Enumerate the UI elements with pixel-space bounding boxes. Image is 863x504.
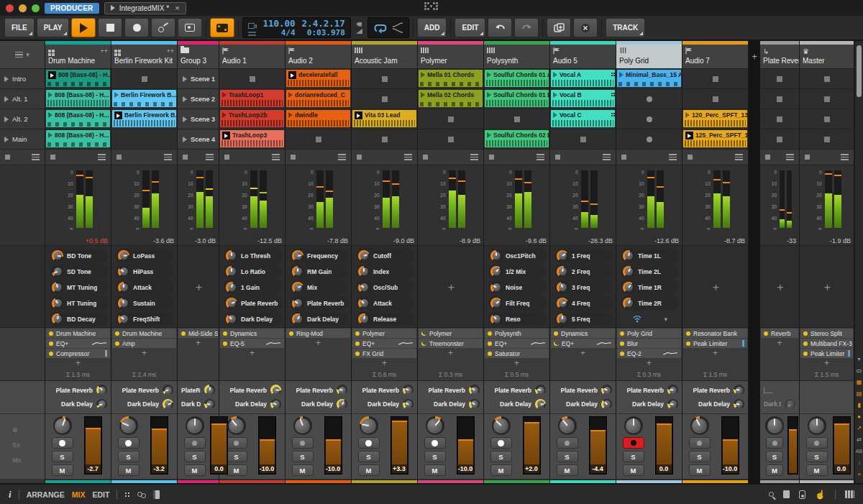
clip[interactable]: Vocal A xyxy=(551,70,615,87)
clip-menu-icon[interactable] xyxy=(206,154,214,160)
mute-button[interactable]: M xyxy=(806,464,828,476)
mute-exclusive-icon[interactable]: Mx xyxy=(12,457,22,464)
volume-fader[interactable]: -10.0 xyxy=(457,416,475,475)
stop-all-clips-button[interactable] xyxy=(805,155,810,160)
clip-slot[interactable] xyxy=(760,109,799,129)
macro-knob[interactable] xyxy=(226,282,237,293)
add-device-button[interactable]: + xyxy=(112,349,176,358)
arm-button[interactable] xyxy=(623,437,644,449)
view-mix[interactable]: MIX xyxy=(72,490,86,499)
device-row[interactable]: FX Grid xyxy=(352,349,416,358)
macro-knob[interactable] xyxy=(358,298,370,309)
add-device-button[interactable]: + xyxy=(178,339,218,348)
send-knob[interactable] xyxy=(403,399,414,410)
device-row[interactable]: EQ-5 xyxy=(220,339,284,348)
solo-button[interactable]: S xyxy=(623,451,644,462)
audio-engine-icon[interactable] xyxy=(799,490,805,499)
time-value[interactable]: 0:03.978 xyxy=(307,28,345,37)
macro-knob[interactable] xyxy=(52,313,63,325)
device-row[interactable]: Peak Limiter xyxy=(683,339,747,348)
clip[interactable]: 125_Perc_SPFT_11 xyxy=(683,130,747,147)
arm-button[interactable] xyxy=(689,437,711,449)
virtual-keyboard-icon[interactable] xyxy=(845,490,854,498)
device-enabled-icon[interactable] xyxy=(620,352,624,356)
device-enabled-icon[interactable] xyxy=(115,331,119,336)
clip-menu-icon[interactable] xyxy=(603,154,611,160)
clip-slot[interactable] xyxy=(616,89,682,109)
pan-knob[interactable] xyxy=(765,416,784,435)
macro-knob[interactable] xyxy=(557,298,568,309)
track-header[interactable]: Group 3 xyxy=(178,41,219,69)
clip-slot[interactable] xyxy=(760,69,799,89)
device-row[interactable]: Treemonster xyxy=(419,339,483,348)
device-row[interactable]: Polymer xyxy=(419,329,483,338)
collapse-icon[interactable]: ▾ xyxy=(857,357,860,362)
clip[interactable]: Mella 01 Chords xyxy=(419,70,483,87)
volume-fader[interactable]: +2.0 xyxy=(523,416,541,475)
expand-layers-icon[interactable]: ++ xyxy=(100,47,108,55)
volume-fader[interactable]: 0.0 xyxy=(655,416,673,475)
add-device-button[interactable]: + xyxy=(485,359,549,368)
add-device-button[interactable]: + xyxy=(761,339,798,348)
clip-slot[interactable] xyxy=(760,129,799,150)
mute-button[interactable]: M xyxy=(292,464,314,476)
device-row[interactable]: Stereo Split xyxy=(800,329,853,338)
tempo-display[interactable]: 110.00 4/4 2.4.2.17 0:03.978 xyxy=(242,17,350,38)
track-header[interactable]: Polysynth xyxy=(484,41,549,69)
add-device-button[interactable]: + xyxy=(220,349,284,358)
macro-knob[interactable] xyxy=(52,282,63,293)
clip[interactable]: Vocal C xyxy=(551,110,615,127)
device-enabled-icon[interactable] xyxy=(686,331,690,336)
macro-knob[interactable] xyxy=(292,313,303,325)
macro-knob[interactable] xyxy=(623,282,634,293)
clip[interactable]: TrashLoop2b xyxy=(220,110,284,127)
track-header[interactable]: ++ Berlin Firework Kit xyxy=(111,41,177,69)
send-knob[interactable] xyxy=(270,385,281,395)
clip-slot[interactable] xyxy=(484,109,549,129)
window-zoom-dot[interactable] xyxy=(32,4,40,12)
pan-knob[interactable] xyxy=(293,416,312,435)
clip-menu-icon[interactable] xyxy=(272,154,280,160)
arm-button[interactable] xyxy=(118,437,140,449)
device-enabled-icon[interactable] xyxy=(620,342,624,346)
position-value[interactable]: 2.4.2.17 xyxy=(302,19,345,28)
macro-knob[interactable] xyxy=(358,313,370,325)
macro-knob[interactable] xyxy=(358,282,370,293)
track-header[interactable]: ♛ Master xyxy=(800,41,854,69)
macro-knob[interactable] xyxy=(118,266,129,278)
comment-icon[interactable]: ▭ xyxy=(857,368,862,374)
clip[interactable]: dwindle xyxy=(286,110,350,127)
send-knob[interactable] xyxy=(270,399,281,410)
device-row[interactable]: Saturator xyxy=(485,349,549,358)
scene-slot[interactable]: Scene 1 xyxy=(178,69,219,89)
device-row[interactable]: Drum Machine xyxy=(112,329,176,338)
send-knob[interactable] xyxy=(535,399,546,410)
clip[interactable]: Soulful Chords 02 B xyxy=(485,130,549,147)
send-knob[interactable] xyxy=(403,385,414,395)
solo-button[interactable]: S xyxy=(358,451,380,462)
snap-icon[interactable] xyxy=(124,492,130,498)
mute-button[interactable]: M xyxy=(118,464,140,476)
send-knob[interactable] xyxy=(785,399,795,410)
list-view-icon[interactable]: ▤ xyxy=(857,391,862,397)
add-remote-controls-button[interactable]: + xyxy=(804,248,851,327)
pan-knob[interactable] xyxy=(227,416,246,435)
scene-slot[interactable]: Scene 4 xyxy=(178,129,219,150)
device-enabled-icon[interactable] xyxy=(355,352,360,356)
record-button[interactable] xyxy=(124,18,149,37)
mute-button[interactable]: M xyxy=(689,464,711,476)
link-icon[interactable] xyxy=(137,492,146,498)
device-enabled-icon[interactable] xyxy=(355,331,360,336)
clip-menu-icon[interactable] xyxy=(338,154,346,160)
clip[interactable]: dorianreduced_C xyxy=(286,90,350,107)
duplicate-button[interactable] xyxy=(547,18,571,37)
clip-slot[interactable] xyxy=(682,89,748,109)
scene-row[interactable]: Alt. 1 xyxy=(0,89,45,109)
pan-knob[interactable] xyxy=(186,416,204,435)
volume-fader[interactable]: -3.2 xyxy=(150,416,168,475)
info-icon[interactable]: i xyxy=(9,489,12,500)
scene-menu-header[interactable]: ▾ xyxy=(0,41,45,69)
solo-button[interactable]: S xyxy=(184,451,206,462)
solo-button[interactable]: S xyxy=(689,451,711,462)
panel-toggle-icon[interactable] xyxy=(153,490,160,499)
